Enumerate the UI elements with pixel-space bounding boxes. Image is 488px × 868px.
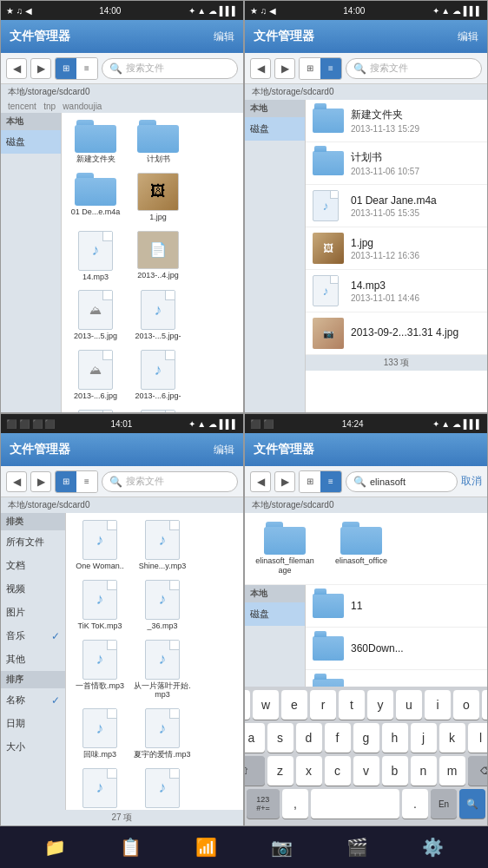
list-item-newfolder-tr[interactable]: 新建文件夹 2013-11-13 15:29 <box>306 100 487 142</box>
kb-key-en[interactable]: En <box>431 789 457 819</box>
kb-key-j[interactable]: j <box>411 723 437 753</box>
file-item-2013-6jpg[interactable]: ⛰ 2013-...6.jpg <box>65 346 126 404</box>
sidebar-item-sort-name[interactable]: 名称 ✓ <box>1 688 65 712</box>
kb-key-v[interactable]: v <box>353 756 379 786</box>
file-item-14mp3[interactable]: ♪ 14.mp3 <box>65 227 126 286</box>
list-view-btn-br[interactable]: ≡ <box>320 471 341 492</box>
forward-btn-tr[interactable]: ▶ <box>274 58 295 79</box>
kb-key-k[interactable]: k <box>439 723 465 753</box>
list-view-btn-tl[interactable]: ≡ <box>76 58 97 79</box>
kb-key-l[interactable]: l <box>468 723 488 753</box>
dock-item-clipboard[interactable]: 📋 <box>120 837 142 858</box>
list-item-jihuashu-tr[interactable]: 计划书 2013-11-06 10:57 <box>306 142 487 185</box>
kb-key-period[interactable]: . <box>402 789 428 819</box>
sidebar-item-music[interactable]: 音乐 ✓ <box>1 624 65 648</box>
kb-key-p[interactable]: p <box>482 690 487 720</box>
search-result-office[interactable]: elinasoft_office <box>326 518 396 569</box>
kb-key-s[interactable]: s <box>267 723 293 753</box>
dock-item-video[interactable]: 🎬 <box>346 837 368 858</box>
file-item-40153mp3[interactable]: ♪ 40153...1.mp3 <box>128 406 188 412</box>
file-item-jihuashu[interactable]: 计划书 <box>128 116 188 168</box>
kb-key-b[interactable]: b <box>382 756 408 786</box>
file-item-2013-5jpg[interactable]: ⛰ 2013-...5.jpg <box>65 286 126 345</box>
edit-btn-bl[interactable]: 编辑 <box>214 443 234 457</box>
search-result-filemanage[interactable]: elinasoft_filemanage <box>250 518 320 579</box>
kb-key-backspace[interactable]: ⌫ <box>468 756 488 786</box>
kb-key-search[interactable]: 🔍 <box>459 789 485 819</box>
file-item-onewoman[interactable]: ♪ One Woman.. <box>69 516 130 575</box>
file-item-shiney[interactable]: ♪ Shine...y.mp3 <box>132 516 193 575</box>
kb-key-shift[interactable]: ⇧ <box>245 756 265 786</box>
search-box-br[interactable]: 🔍 elinasoft <box>346 471 458 492</box>
sidebar-item-sort-size[interactable]: 大小 <box>1 735 65 759</box>
kb-key-n[interactable]: n <box>411 756 437 786</box>
file-item-36mp3[interactable]: ♪ _36.mp3 <box>132 576 193 635</box>
kb-key-o[interactable]: o <box>453 690 479 720</box>
list-item-2013jpg-tr[interactable]: 📷 2013-09-2...31.31 4.jpg <box>306 312 487 355</box>
file-item-2013-5jpgd[interactable]: ♪ 2013-...5.jpg- <box>128 286 188 345</box>
kb-key-c[interactable]: c <box>325 756 351 786</box>
list-view-btn-tr[interactable]: ≡ <box>320 58 341 79</box>
kb-key-h[interactable]: h <box>382 723 408 753</box>
sidebar-item-other[interactable]: 其他 <box>1 648 65 671</box>
back-btn-br[interactable]: ◀ <box>250 471 271 492</box>
kb-key-r[interactable]: r <box>310 690 336 720</box>
kb-key-q[interactable]: q <box>245 690 250 720</box>
list-item-11-br[interactable]: 11 <box>306 585 487 628</box>
sidebar-item-video[interactable]: 视频 <box>1 577 65 601</box>
sidebar-item-disk-br[interactable]: 磁盘 <box>245 602 305 626</box>
sidebar-item-allfiles[interactable]: 所有文件 <box>1 530 65 554</box>
forward-btn-tl[interactable]: ▶ <box>30 58 51 79</box>
grid-view-btn-bl[interactable]: ⊞ <box>56 471 76 492</box>
file-item-xiayuai[interactable]: ♪ 夏宇的爱情.mp3 <box>132 705 193 763</box>
file-item-newfolder[interactable]: 新建文件夹 <box>65 116 126 168</box>
file-item-women[interactable]: ♪ 我们不是说好了吗.. <box>132 765 193 810</box>
dock-item-files[interactable]: 📁 <box>44 837 66 858</box>
file-item-tiktok[interactable]: ♪ TiK ToK.mp3 <box>69 576 130 635</box>
back-btn-tl[interactable]: ◀ <box>6 58 27 79</box>
kb-key-z[interactable]: z <box>267 756 293 786</box>
file-item-2013-4jpg[interactable]: 📄 2013-..4.jpg <box>128 227 188 286</box>
sidebar-item-image[interactable]: 图片 <box>1 601 65 624</box>
sidebar-item-sort-date[interactable]: 日期 <box>1 712 65 735</box>
list-item-14mp3-tr[interactable]: ♪ 14.mp3 2013-11-01 14:46 <box>306 270 487 312</box>
kb-key-i[interactable]: i <box>425 690 451 720</box>
back-btn-bl[interactable]: ◀ <box>6 471 27 492</box>
cancel-btn-br[interactable]: 取消 <box>461 474 482 489</box>
file-item-yishouqg[interactable]: ♪ 一首情歌.mp3 <box>69 636 130 704</box>
file-item-01de[interactable]: 01 De...e.m4a <box>65 169 126 226</box>
list-item-360down-br[interactable]: 360Down... <box>306 628 487 670</box>
dock-item-camera[interactable]: 📷 <box>271 837 293 858</box>
grid-view-btn-tl[interactable]: ⊞ <box>56 58 76 79</box>
kb-key-x[interactable]: x <box>296 756 322 786</box>
kb-key-comma[interactable]: , <box>282 789 308 819</box>
list-item-1jpg-tr[interactable]: 🖼 1.jpg 2013-11-12 16:36 <box>306 227 487 270</box>
list-item-01dear-tr[interactable]: ♪ 01 Dear Jane.m4a 2013-11-05 15:35 <box>306 185 487 227</box>
file-item-huiwei[interactable]: ♪ 回味.mp3 <box>69 705 130 763</box>
edit-btn-tr[interactable]: 编辑 <box>458 30 478 44</box>
kb-key-e[interactable]: e <box>281 690 307 720</box>
sidebar-item-disk-tl[interactable]: 磁盘 <box>1 130 61 154</box>
kb-key-m[interactable]: m <box>439 756 465 786</box>
kb-key-w[interactable]: w <box>253 690 279 720</box>
back-btn-tr[interactable]: ◀ <box>250 58 271 79</box>
file-item-39398mp3[interactable]: ♪ 39398...8.mp3 <box>65 406 126 412</box>
edit-btn-tl[interactable]: 编辑 <box>214 30 234 44</box>
forward-btn-br[interactable]: ▶ <box>274 471 295 492</box>
list-view-btn-bl[interactable]: ≡ <box>76 471 97 492</box>
kb-key-g[interactable]: g <box>353 723 379 753</box>
list-item-360ilaun-br[interactable]: 360ilaun... <box>306 670 487 687</box>
sidebar-item-disk-tr[interactable]: 磁盘 <box>245 117 305 141</box>
grid-view-btn-tr[interactable]: ⊞ <box>300 58 320 79</box>
kb-key-y[interactable]: y <box>367 690 393 720</box>
kb-key-space[interactable] <box>311 789 399 819</box>
dock-item-settings[interactable]: ⚙️ <box>422 837 444 858</box>
file-item-congyipian[interactable]: ♪ 从一片落叶开始.mp3 <box>132 636 193 704</box>
kb-key-d[interactable]: d <box>296 723 322 753</box>
grid-view-btn-br[interactable]: ⊞ <box>300 471 320 492</box>
kb-key-f[interactable]: f <box>325 723 351 753</box>
kb-key-123[interactable]: 123#+= <box>247 789 280 819</box>
sidebar-item-docs[interactable]: 文档 <box>1 554 65 577</box>
kb-key-a[interactable]: a <box>245 723 265 753</box>
file-item-2013-6jpgm[interactable]: ♪ 2013-...6.jpg- <box>128 346 188 404</box>
